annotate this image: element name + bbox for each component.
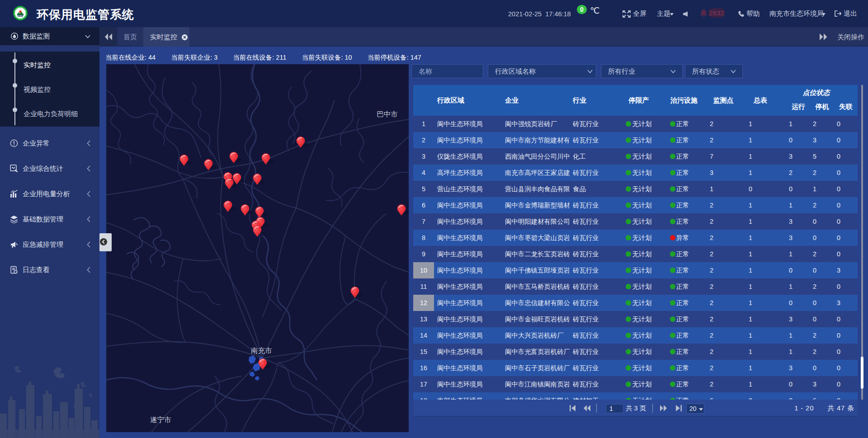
svg-text:巴中市: 巴中市 bbox=[377, 110, 398, 118]
svg-text:遂宁市: 遂宁市 bbox=[150, 416, 171, 424]
svg-text:南充市: 南充市 bbox=[251, 347, 272, 354]
